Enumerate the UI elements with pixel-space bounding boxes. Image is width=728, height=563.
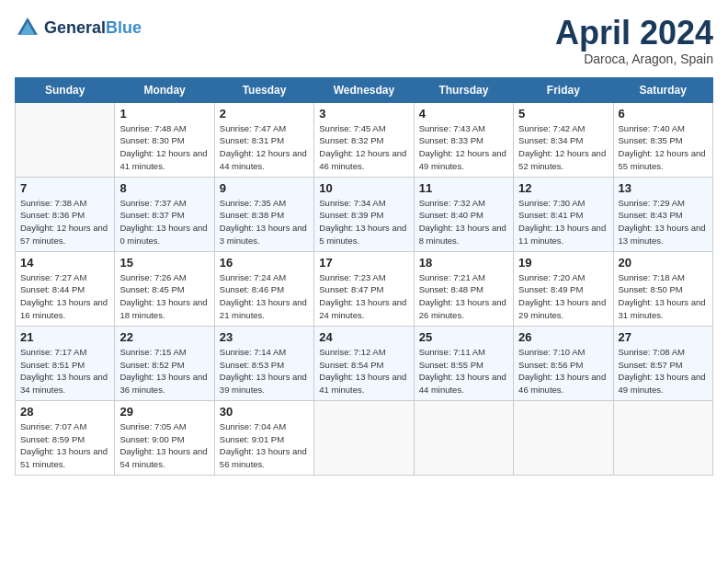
- day-info: Sunrise: 7:20 AM Sunset: 8:49 PM Dayligh…: [518, 271, 608, 322]
- calendar-week-5: 28 Sunrise: 7:07 AM Sunset: 8:59 PM Dayl…: [16, 400, 713, 475]
- day-number: 24: [319, 330, 408, 344]
- day-info: Sunrise: 7:35 AM Sunset: 8:38 PM Dayligh…: [220, 197, 309, 247]
- generalblue-logo-icon: [15, 15, 40, 40]
- day-number: 20: [619, 256, 708, 270]
- calendar-cell: 4 Sunrise: 7:43 AM Sunset: 8:33 PM Dayli…: [414, 102, 513, 177]
- calendar-cell: 18 Sunrise: 7:21 AM Sunset: 8:48 PM Dayl…: [414, 251, 513, 326]
- weekday-header-sunday: Sunday: [16, 77, 115, 102]
- day-number: 26: [518, 330, 608, 344]
- calendar-cell: 29 Sunrise: 7:05 AM Sunset: 9:00 PM Dayl…: [115, 400, 214, 475]
- day-info: Sunrise: 7:24 AM Sunset: 8:46 PM Dayligh…: [220, 271, 309, 322]
- calendar-cell: 11 Sunrise: 7:32 AM Sunset: 8:40 PM Dayl…: [414, 177, 513, 251]
- calendar-cell: 1 Sunrise: 7:48 AM Sunset: 8:30 PM Dayli…: [115, 102, 214, 177]
- day-info: Sunrise: 7:11 AM Sunset: 8:55 PM Dayligh…: [419, 346, 508, 396]
- day-info: Sunrise: 7:38 AM Sunset: 8:36 PM Dayligh…: [20, 197, 109, 247]
- calendar-week-4: 21 Sunrise: 7:17 AM Sunset: 8:51 PM Dayl…: [16, 326, 713, 400]
- day-number: 15: [119, 256, 209, 270]
- logo: GeneralBlue: [15, 15, 142, 40]
- day-number: 19: [518, 256, 608, 270]
- calendar-cell: 10 Sunrise: 7:34 AM Sunset: 8:39 PM Dayl…: [314, 177, 414, 251]
- day-info: Sunrise: 7:05 AM Sunset: 9:00 PM Dayligh…: [119, 420, 209, 471]
- calendar-cell: 28 Sunrise: 7:07 AM Sunset: 8:59 PM Dayl…: [16, 400, 115, 475]
- day-info: Sunrise: 7:34 AM Sunset: 8:39 PM Dayligh…: [319, 197, 408, 247]
- day-number: 4: [419, 107, 508, 121]
- day-info: Sunrise: 7:30 AM Sunset: 8:41 PM Dayligh…: [518, 197, 608, 247]
- day-info: Sunrise: 7:37 AM Sunset: 8:37 PM Dayligh…: [119, 197, 209, 247]
- day-number: 8: [119, 181, 209, 195]
- day-number: 5: [518, 107, 608, 121]
- weekday-header-thursday: Thursday: [414, 77, 513, 102]
- weekday-header-saturday: Saturday: [613, 77, 712, 102]
- day-info: Sunrise: 7:32 AM Sunset: 8:40 PM Dayligh…: [419, 197, 508, 247]
- day-number: 17: [319, 256, 408, 270]
- calendar-week-2: 7 Sunrise: 7:38 AM Sunset: 8:36 PM Dayli…: [16, 177, 713, 251]
- day-number: 10: [319, 181, 408, 195]
- calendar-cell: 20 Sunrise: 7:18 AM Sunset: 8:50 PM Dayl…: [613, 251, 712, 326]
- day-info: Sunrise: 7:17 AM Sunset: 8:51 PM Dayligh…: [20, 346, 109, 396]
- day-number: 30: [220, 405, 309, 419]
- calendar-cell: 14 Sunrise: 7:27 AM Sunset: 8:44 PM Dayl…: [16, 251, 115, 326]
- day-number: 6: [619, 107, 708, 121]
- calendar-cell: 7 Sunrise: 7:38 AM Sunset: 8:36 PM Dayli…: [16, 177, 115, 251]
- day-info: Sunrise: 7:27 AM Sunset: 8:44 PM Dayligh…: [20, 271, 109, 322]
- calendar-cell: 2 Sunrise: 7:47 AM Sunset: 8:31 PM Dayli…: [214, 102, 313, 177]
- calendar-cell: [414, 400, 513, 475]
- header: GeneralBlue April 2024 Daroca, Aragon, S…: [15, 15, 713, 66]
- logo-text: GeneralBlue: [44, 18, 142, 38]
- day-info: Sunrise: 7:18 AM Sunset: 8:50 PM Dayligh…: [619, 271, 708, 322]
- day-number: 3: [319, 107, 408, 121]
- day-info: Sunrise: 7:08 AM Sunset: 8:57 PM Dayligh…: [619, 346, 708, 396]
- day-info: Sunrise: 7:26 AM Sunset: 8:45 PM Dayligh…: [119, 271, 209, 322]
- day-info: Sunrise: 7:23 AM Sunset: 8:47 PM Dayligh…: [319, 271, 408, 322]
- day-number: 27: [619, 330, 708, 344]
- calendar-cell: 24 Sunrise: 7:12 AM Sunset: 8:54 PM Dayl…: [314, 326, 414, 400]
- logo-general: General: [44, 18, 106, 37]
- location-subtitle: Daroca, Aragon, Spain: [555, 52, 713, 66]
- day-number: 16: [220, 256, 309, 270]
- day-info: Sunrise: 7:15 AM Sunset: 8:52 PM Dayligh…: [119, 346, 209, 396]
- calendar-cell: [314, 400, 414, 475]
- day-info: Sunrise: 7:21 AM Sunset: 8:48 PM Dayligh…: [419, 271, 508, 322]
- calendar-cell: 13 Sunrise: 7:29 AM Sunset: 8:43 PM Dayl…: [613, 177, 712, 251]
- month-title: April 2024: [555, 15, 713, 52]
- weekday-header-tuesday: Tuesday: [214, 77, 313, 102]
- calendar-cell: 3 Sunrise: 7:45 AM Sunset: 8:32 PM Dayli…: [314, 102, 414, 177]
- day-info: Sunrise: 7:42 AM Sunset: 8:34 PM Dayligh…: [518, 122, 608, 173]
- calendar-cell: [613, 400, 712, 475]
- calendar-cell: 9 Sunrise: 7:35 AM Sunset: 8:38 PM Dayli…: [214, 177, 313, 251]
- calendar-cell: 30 Sunrise: 7:04 AM Sunset: 9:01 PM Dayl…: [214, 400, 313, 475]
- calendar-cell: 16 Sunrise: 7:24 AM Sunset: 8:46 PM Dayl…: [214, 251, 313, 326]
- calendar-cell: 5 Sunrise: 7:42 AM Sunset: 8:34 PM Dayli…: [514, 102, 613, 177]
- day-info: Sunrise: 7:04 AM Sunset: 9:01 PM Dayligh…: [220, 420, 309, 471]
- calendar-cell: 25 Sunrise: 7:11 AM Sunset: 8:55 PM Dayl…: [414, 326, 513, 400]
- title-area: April 2024 Daroca, Aragon, Spain: [555, 15, 713, 66]
- day-info: Sunrise: 7:12 AM Sunset: 8:54 PM Dayligh…: [319, 346, 408, 396]
- calendar-week-1: 1 Sunrise: 7:48 AM Sunset: 8:30 PM Dayli…: [16, 102, 713, 177]
- calendar-cell: 17 Sunrise: 7:23 AM Sunset: 8:47 PM Dayl…: [314, 251, 414, 326]
- calendar-cell: 23 Sunrise: 7:14 AM Sunset: 8:53 PM Dayl…: [214, 326, 313, 400]
- calendar-cell: 6 Sunrise: 7:40 AM Sunset: 8:35 PM Dayli…: [613, 102, 712, 177]
- weekday-header-monday: Monday: [115, 77, 214, 102]
- day-number: 18: [419, 256, 508, 270]
- day-info: Sunrise: 7:14 AM Sunset: 8:53 PM Dayligh…: [220, 346, 309, 396]
- calendar-table: SundayMondayTuesdayWednesdayThursdayFrid…: [15, 77, 713, 476]
- day-info: Sunrise: 7:10 AM Sunset: 8:56 PM Dayligh…: [518, 346, 608, 396]
- calendar-cell: 26 Sunrise: 7:10 AM Sunset: 8:56 PM Dayl…: [514, 326, 613, 400]
- day-number: 9: [220, 181, 309, 195]
- day-number: 12: [518, 181, 608, 195]
- calendar-cell: [16, 102, 115, 177]
- calendar-cell: 15 Sunrise: 7:26 AM Sunset: 8:45 PM Dayl…: [115, 251, 214, 326]
- calendar-cell: [514, 400, 613, 475]
- day-number: 29: [119, 405, 209, 419]
- day-number: 2: [220, 107, 309, 121]
- calendar-week-3: 14 Sunrise: 7:27 AM Sunset: 8:44 PM Dayl…: [16, 251, 713, 326]
- day-info: Sunrise: 7:07 AM Sunset: 8:59 PM Dayligh…: [20, 420, 109, 471]
- day-info: Sunrise: 7:45 AM Sunset: 8:32 PM Dayligh…: [319, 122, 408, 173]
- calendar-cell: 8 Sunrise: 7:37 AM Sunset: 8:37 PM Dayli…: [115, 177, 214, 251]
- day-number: 28: [20, 405, 109, 419]
- day-number: 11: [419, 181, 508, 195]
- day-number: 25: [419, 330, 508, 344]
- calendar-cell: 12 Sunrise: 7:30 AM Sunset: 8:41 PM Dayl…: [514, 177, 613, 251]
- day-number: 21: [20, 330, 109, 344]
- day-info: Sunrise: 7:47 AM Sunset: 8:31 PM Dayligh…: [220, 122, 309, 173]
